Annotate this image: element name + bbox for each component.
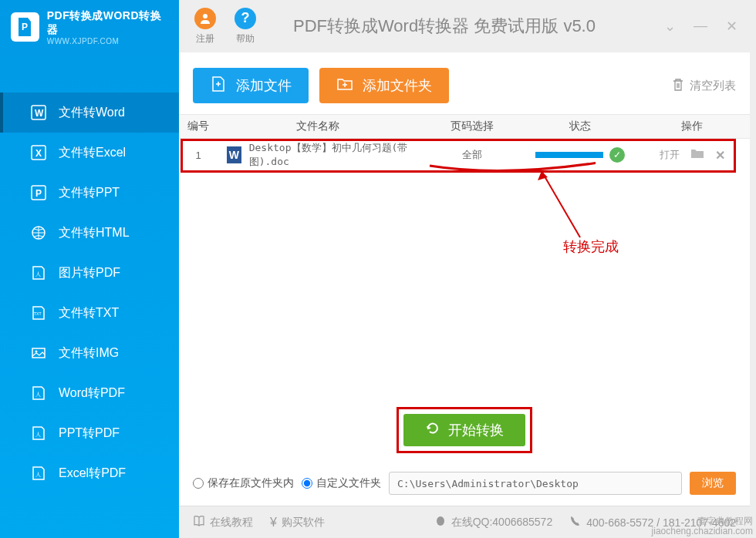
add-file-button[interactable]: 添加文件	[193, 68, 309, 103]
txt-icon: TXT	[31, 305, 46, 321]
footer-buy[interactable]: ¥ 购买软件	[270, 516, 325, 530]
folder-add-icon	[336, 76, 353, 96]
svg-text:人: 人	[35, 271, 41, 277]
sidebar-item-word[interactable]: W 文件转Word	[0, 92, 179, 133]
folder-open-icon[interactable]	[690, 148, 704, 162]
sidebar-item-wordpdf[interactable]: 人 Word转PDF	[0, 373, 179, 413]
sidebar-item-label: 图片转PDF	[59, 265, 120, 281]
help-button[interactable]: ? 帮助	[235, 8, 256, 45]
pdf-icon: 人	[31, 385, 46, 401]
minimize-button[interactable]: —	[691, 18, 710, 35]
sidebar-item-ppt[interactable]: P 文件转PPT	[0, 173, 179, 213]
phone-icon	[569, 515, 582, 530]
sidebar-item-txt[interactable]: TXT 文件转TXT	[0, 293, 179, 333]
svg-text:TXT: TXT	[34, 311, 41, 316]
html-icon	[31, 225, 46, 240]
annotation-box-start: 开始转换	[397, 407, 532, 453]
add-folder-button[interactable]: 添加文件夹	[319, 68, 449, 103]
open-button[interactable]: 打开	[660, 148, 680, 162]
refresh-icon	[425, 421, 440, 440]
sidebar-item-excel[interactable]: X 文件转Excel	[0, 133, 179, 173]
app-title: PDF转换成Word转换器 免费试用版 v5.0	[293, 15, 596, 38]
sidebar-item-image[interactable]: 人 图片转PDF	[0, 253, 179, 293]
qq-icon	[434, 515, 447, 530]
sidebar-item-html[interactable]: 文件转HTML	[0, 213, 179, 253]
annotation-text: 转换完成	[563, 237, 619, 256]
annotation-underline-arrow	[410, 160, 596, 245]
svg-text:W: W	[35, 108, 44, 119]
footer-qq[interactable]: 在线QQ:4006685572	[434, 515, 553, 530]
watermark: 查字典教程网 jiaocheng.chazidian.com	[652, 516, 753, 536]
dropdown-button[interactable]: ⌄	[660, 18, 679, 35]
save-original-radio[interactable]: 保存在原文件夹内	[193, 476, 294, 490]
yen-icon: ¥	[270, 516, 277, 530]
svg-text:X: X	[35, 148, 42, 159]
excel-icon: X	[31, 145, 46, 160]
file-add-icon	[210, 76, 227, 96]
sidebar-item-pptpdf[interactable]: 人 PPT转PDF	[0, 413, 179, 453]
svg-text:P: P	[22, 22, 28, 32]
pdf-icon: 人	[31, 425, 46, 441]
logo-icon: P	[11, 12, 39, 42]
svg-text:人: 人	[35, 432, 41, 438]
sidebar-item-img[interactable]: 文件转IMG	[0, 333, 179, 373]
word-file-icon: W	[227, 146, 241, 163]
table-header: 编号 文件名称 页码选择 状态 操作	[179, 114, 750, 139]
svg-text:人: 人	[35, 472, 41, 478]
sidebar-item-label: 文件转PPT	[59, 185, 120, 201]
sidebar-item-label: 文件转IMG	[59, 345, 119, 361]
help-icon: ?	[235, 8, 256, 29]
save-custom-radio[interactable]: 自定义文件夹	[302, 476, 381, 490]
footer-tutorial[interactable]: 在线教程	[193, 515, 253, 530]
save-path-input[interactable]	[389, 472, 682, 495]
sidebar-item-label: Word转PDF	[59, 385, 125, 402]
remove-icon[interactable]: ✕	[715, 148, 725, 163]
success-icon: ✓	[609, 147, 625, 163]
img-icon	[31, 345, 46, 361]
pdf-icon: 人	[31, 466, 46, 481]
svg-text:人: 人	[35, 392, 41, 398]
sidebar-item-label: Excel转PDF	[59, 466, 126, 482]
table-row[interactable]: 1 W Desktop【数学】初中几何习题(带图).doc 全部 ✓ 打开 ✕	[179, 139, 750, 171]
close-button[interactable]: ✕	[722, 18, 741, 35]
file-name: Desktop【数学】初中几何习题(带图).doc	[249, 141, 418, 169]
svg-point-11	[35, 351, 38, 353]
clear-list-button[interactable]: 清空列表	[671, 78, 736, 94]
progress-bar	[535, 152, 603, 158]
sidebar-item-label: 文件转Word	[59, 105, 125, 121]
svg-point-16	[437, 516, 444, 526]
sidebar-item-excelpdf[interactable]: 人 Excel转PDF	[0, 453, 179, 493]
book-icon	[193, 515, 205, 530]
sidebar-item-label: 文件转HTML	[59, 225, 130, 241]
browse-button[interactable]: 浏览	[690, 472, 736, 495]
svg-point-15	[203, 14, 208, 18]
logo-title: PDF转换成WORD转换器	[47, 9, 168, 37]
sidebar-item-label: 文件转Excel	[59, 145, 126, 161]
word-icon: W	[31, 105, 46, 120]
register-button[interactable]: 注册	[194, 8, 216, 45]
user-icon	[194, 8, 216, 29]
svg-text:P: P	[35, 188, 42, 199]
logo-area: P PDF转换成WORD转换器 WWW.XJPDF.COM	[0, 0, 179, 54]
sidebar-item-label: PPT转PDF	[59, 425, 120, 442]
start-convert-button[interactable]: 开始转换	[403, 414, 525, 446]
sidebar-item-label: 文件转TXT	[59, 305, 119, 321]
trash-icon	[671, 78, 685, 94]
ppt-icon: P	[31, 185, 46, 200]
pdf-icon: 人	[31, 265, 46, 281]
logo-url: WWW.XJPDF.COM	[47, 37, 168, 45]
